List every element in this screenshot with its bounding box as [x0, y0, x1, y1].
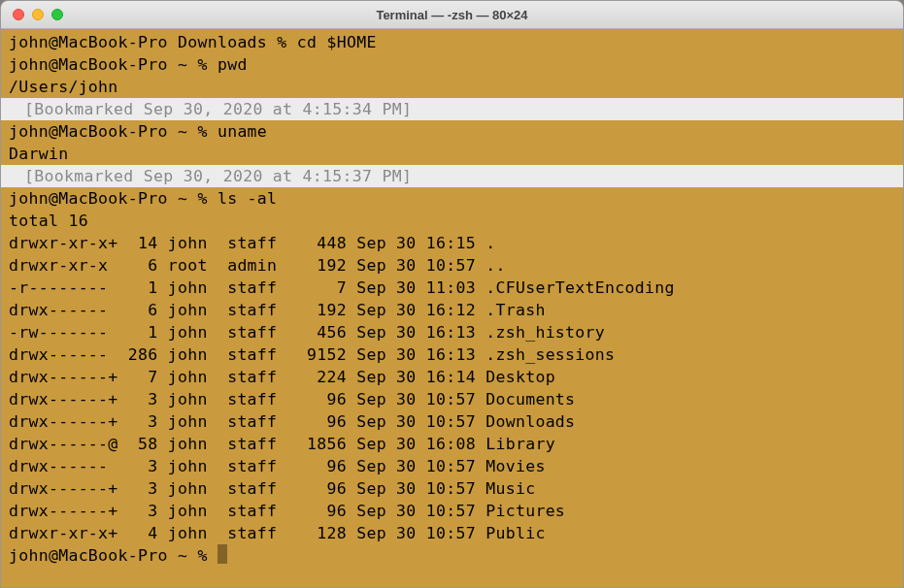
output-line: drwx------+ 3 john staff 96 Sep 30 10:57…: [9, 410, 895, 433]
command-line: john@MacBook-Pro ~ % pwd: [9, 53, 895, 76]
command-line: john@MacBook-Pro ~ % uname: [9, 120, 895, 143]
bookmark-line: [Bookmarked Sep 30, 2020 at 4:15:37 PM]: [1, 165, 903, 187]
prompt-line[interactable]: john@MacBook-Pro ~ %: [9, 544, 895, 567]
terminal-body[interactable]: john@MacBook-Pro Downloads % cd $HOMEjoh…: [1, 29, 903, 569]
minimize-button[interactable]: [32, 9, 44, 20]
output-line: drwx------ 3 john staff 96 Sep 30 10:57 …: [9, 455, 895, 477]
bookmark-text: [Bookmarked Sep 30, 2020 at 4:15:34 PM]: [9, 100, 412, 118]
output-line: drwx------+ 3 john staff 96 Sep 30 10:57…: [9, 477, 895, 500]
command-line: john@MacBook-Pro ~ % ls -al: [9, 187, 895, 210]
bookmark-line: [Bookmarked Sep 30, 2020 at 4:15:34 PM]: [1, 98, 903, 120]
output-line: drwx------+ 3 john staff 96 Sep 30 10:57…: [9, 388, 895, 410]
output-line: /Users/john: [9, 76, 895, 98]
output-line: drwx------+ 3 john staff 96 Sep 30 10:57…: [9, 500, 895, 522]
output-line: drwxr-xr-x+ 14 john staff 448 Sep 30 16:…: [9, 232, 895, 254]
output-line: drwx------ 6 john staff 192 Sep 30 16:12…: [9, 299, 895, 321]
command-line: john@MacBook-Pro Downloads % cd $HOME: [9, 31, 895, 53]
output-line: drwxr-xr-x+ 4 john staff 128 Sep 30 10:5…: [9, 522, 895, 544]
close-button[interactable]: [13, 9, 24, 20]
output-line: drwx------+ 7 john staff 224 Sep 30 16:1…: [9, 366, 895, 388]
output-line: drwx------@ 58 john staff 1856 Sep 30 16…: [9, 433, 895, 455]
output-line: total 16: [9, 210, 895, 232]
window-title: Terminal — -zsh — 80×24: [1, 8, 903, 22]
titlebar: Terminal — -zsh — 80×24: [1, 1, 903, 29]
output-line: drwx------ 286 john staff 9152 Sep 30 16…: [9, 343, 895, 366]
traffic-lights: [1, 9, 63, 20]
output-line: -rw------- 1 john staff 456 Sep 30 16:13…: [9, 321, 895, 343]
zoom-button[interactable]: [51, 9, 63, 20]
output-line: drwxr-xr-x 6 root admin 192 Sep 30 10:57…: [9, 254, 895, 277]
output-line: Darwin: [9, 143, 895, 165]
prompt-text: john@MacBook-Pro ~ %: [9, 546, 218, 565]
cursor: [218, 544, 227, 564]
terminal-window: Terminal — -zsh — 80×24 john@MacBook-Pro…: [0, 0, 904, 588]
output-line: -r-------- 1 john staff 7 Sep 30 11:03 .…: [9, 277, 895, 299]
bookmark-text: [Bookmarked Sep 30, 2020 at 4:15:37 PM]: [9, 167, 412, 185]
